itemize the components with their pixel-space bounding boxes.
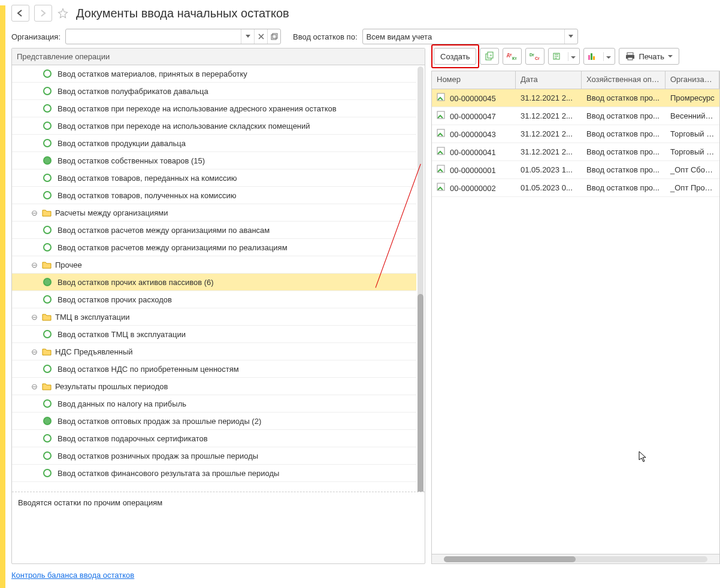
tree-folder[interactable]: ⊖Прочее xyxy=(12,256,416,274)
col-header-number[interactable]: Номер xyxy=(432,71,516,89)
copy-icon: + xyxy=(485,51,494,61)
status-icon xyxy=(43,191,52,199)
table-row[interactable]: 00-0000000201.05.2023 0...Ввод остатков … xyxy=(432,179,719,197)
tree-item[interactable]: Ввод остатков расчетов между организация… xyxy=(12,222,416,239)
tree-item[interactable]: Ввод остатков прочих расходов xyxy=(12,291,416,308)
tree-item[interactable]: Ввод остатков при переходе на использова… xyxy=(12,100,416,117)
table-row[interactable]: 00-0000004131.12.2021 2...Ввод остатков … xyxy=(432,143,719,161)
org-combo[interactable] xyxy=(65,29,281,44)
tree-folder[interactable]: ⊖Расчеты между организациями xyxy=(12,204,416,222)
forward-button[interactable] xyxy=(34,5,52,22)
tree-item[interactable]: Ввод остатков ТМЦ в эксплуатации xyxy=(12,326,416,343)
svg-rect-12 xyxy=(593,56,595,60)
tree-item[interactable]: Ввод остатков собственных товаров (15) xyxy=(12,152,416,169)
status-icon xyxy=(43,295,52,304)
document-icon xyxy=(437,183,446,191)
tree-label: Ввод остатков оптовых продаж за прошлые … xyxy=(58,417,261,426)
tree-label: Ввод остатков НДС по приобретенным ценно… xyxy=(58,365,239,374)
create-button[interactable]: Создать xyxy=(434,48,476,65)
chevron-down-icon xyxy=(568,35,573,38)
type-dropdown-button[interactable] xyxy=(564,29,577,44)
tree-folder[interactable]: ⊖ТМЦ в эксплуатации xyxy=(12,308,416,326)
tree-scrollbar[interactable] xyxy=(418,66,423,492)
org-open-button[interactable] xyxy=(267,29,280,44)
grid-hscroll-thumb[interactable] xyxy=(444,556,576,562)
chevron-down-icon xyxy=(668,55,673,58)
collapse-icon[interactable]: ⊖ xyxy=(30,260,38,269)
tree-folder[interactable]: ⊖НДС Предъявленный xyxy=(12,343,416,360)
tree-folder[interactable]: ⊖Результаты прошлых периодов xyxy=(12,378,416,395)
table-row[interactable]: 00-0000000101.05.2023 1...Ввод остатков … xyxy=(432,161,719,179)
status-icon xyxy=(43,399,52,408)
svg-text:+: + xyxy=(489,53,492,58)
cell-date: 31.12.2021 2... xyxy=(516,129,582,138)
tree-item[interactable]: Ввод остатков товаров, полученных на ком… xyxy=(12,187,416,204)
table-row[interactable]: 00-0000004531.12.2021 2...Ввод остатков … xyxy=(432,89,719,107)
tree-label: Прочее xyxy=(55,260,82,269)
col-header-op[interactable]: Хозяйственная опе... xyxy=(582,71,665,89)
tree-label: Ввод остатков при переходе на использова… xyxy=(58,122,310,131)
svg-rect-0 xyxy=(271,35,276,40)
tree-item[interactable]: Ввод остатков розничных продаж за прошлы… xyxy=(12,447,416,465)
tree-label: Ввод данных по налогу на прибыль xyxy=(58,399,186,408)
tree-item[interactable]: Ввод остатков продукции давальца xyxy=(12,135,416,152)
print-button[interactable]: Печать xyxy=(619,48,679,65)
svg-rect-11 xyxy=(591,53,592,60)
tree-item[interactable]: Ввод остатков расчетов между организация… xyxy=(12,239,416,256)
tree-label: Ввод остатков собственных товаров (15) xyxy=(58,156,205,165)
balance-control-link[interactable]: Контроль баланса ввода остатков xyxy=(11,571,134,580)
cursor-icon xyxy=(639,451,648,465)
table-row[interactable]: 00-0000004731.12.2021 2...Ввод остатков … xyxy=(432,107,719,125)
document-icon xyxy=(437,93,446,101)
collapse-icon[interactable]: ⊖ xyxy=(30,382,38,391)
tree-item[interactable]: Ввод остатков при переходе на использова… xyxy=(12,117,416,135)
dtkt-icon: ДтКт xyxy=(507,52,518,60)
cell-date: 31.12.2021 2... xyxy=(516,93,582,102)
svg-text:Дт: Дт xyxy=(507,53,512,57)
org-dropdown-button[interactable] xyxy=(241,29,254,44)
tree-label: Ввод остатков расчетов между организация… xyxy=(58,226,270,235)
cell-number: 00-00000001 xyxy=(450,166,496,175)
dtkt-button[interactable]: ДтКт xyxy=(503,48,522,65)
tree-label: Ввод остатков товаров, полученных на ком… xyxy=(58,191,236,200)
tree-item[interactable]: Ввод данных по налогу на прибыль xyxy=(12,395,416,413)
tree-item[interactable]: Ввод остатков НДС по приобретенным ценно… xyxy=(12,360,416,378)
grid-hscroll[interactable] xyxy=(432,554,719,563)
tree-item[interactable]: Ввод остатков товаров, переданных на ком… xyxy=(12,169,416,187)
favorite-icon[interactable] xyxy=(57,7,69,19)
collapse-icon[interactable]: ⊖ xyxy=(30,347,38,356)
cell-org: _Опт Сборка xyxy=(665,165,719,174)
popout-icon xyxy=(271,33,278,40)
type-combo[interactable]: Всем видам учета xyxy=(362,29,578,44)
collapse-icon[interactable]: ⊖ xyxy=(30,208,38,217)
status-icon xyxy=(43,243,52,251)
status-icon xyxy=(43,365,52,373)
drcr-button[interactable]: DrCr xyxy=(525,48,544,65)
arrow-right-icon xyxy=(39,10,47,17)
tree-scrollbar-thumb[interactable] xyxy=(418,294,423,492)
attach-button[interactable] xyxy=(548,48,580,65)
table-row[interactable]: 00-0000004331.12.2021 2...Ввод остатков … xyxy=(432,125,719,143)
tree-item[interactable]: Ввод остатков полуфабрикатов давальца xyxy=(12,83,416,100)
svg-rect-13 xyxy=(627,53,633,55)
tree-item[interactable]: Ввод остатков материалов, принятых в пер… xyxy=(12,65,416,83)
tree-label: Ввод остатков ТМЦ в эксплуатации xyxy=(58,330,186,339)
document-icon xyxy=(437,129,446,137)
tree-item[interactable]: Ввод остатков оптовых продаж за прошлые … xyxy=(12,413,416,430)
col-header-org[interactable]: Организация xyxy=(665,71,719,89)
reports-button[interactable] xyxy=(583,48,615,65)
tree-item[interactable]: Ввод остатков финансового результата за … xyxy=(12,465,416,482)
tree-label: Ввод остатков материалов, принятых в пер… xyxy=(58,69,247,78)
collapse-icon[interactable]: ⊖ xyxy=(30,313,38,322)
col-header-date[interactable]: Дата xyxy=(516,71,582,89)
tree-item[interactable]: Ввод остатков подарочных сертификатов xyxy=(12,430,416,447)
status-icon xyxy=(43,278,52,286)
tree-item[interactable]: Ввод остатков прочих активов пассивов (6… xyxy=(12,274,416,291)
org-clear-button[interactable] xyxy=(254,29,267,44)
cell-date: 31.12.2021 2... xyxy=(516,147,582,156)
back-button[interactable] xyxy=(11,5,29,22)
svg-rect-10 xyxy=(588,55,590,60)
copy-button[interactable]: + xyxy=(480,48,499,65)
status-icon xyxy=(43,156,52,165)
type-value[interactable]: Всем видам учета xyxy=(363,32,564,41)
